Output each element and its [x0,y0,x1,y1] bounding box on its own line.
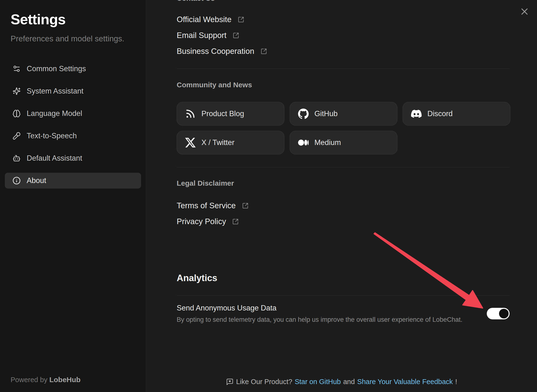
sidebar-item-text-to-speech[interactable]: Text-to-Speech [5,128,141,144]
sidebar-item-system-assistant[interactable]: System Assistant [5,83,141,99]
feedback-footer: Like Our Product? Star on GitHub and Sha… [146,378,537,386]
email-support-link[interactable]: Email Support [177,27,239,43]
github-button[interactable]: GitHub [290,102,397,126]
github-icon [298,108,309,119]
section-divider [177,167,510,167]
sidebar-item-label: Common Settings [27,64,86,73]
bot-icon [12,154,21,162]
sparkles-icon [12,87,21,95]
contact-us-heading: Contact Us [177,0,510,3]
settings-modal: Settings Preferences and model settings.… [0,0,537,392]
info-icon [12,177,21,185]
sidebar-item-label: About [27,176,46,185]
rss-icon [185,108,196,119]
footer-middle: and [343,378,355,386]
sidebar-item-default-assistant[interactable]: Default Assistant [5,150,141,166]
sidebar-item-language-model[interactable]: Language Model [5,106,141,121]
button-label: X / Twitter [201,138,234,147]
settings-sidebar: Settings Preferences and model settings.… [0,0,146,392]
sidebar-header: Settings Preferences and model settings. [0,0,146,44]
telemetry-setting-description: By opting to send telemetry data, you ca… [177,315,487,324]
discord-icon [411,108,422,119]
external-link-icon [238,16,244,23]
business-cooperation-link[interactable]: Business Cooperation [177,43,267,59]
x-twitter-button[interactable]: X / Twitter [177,131,284,154]
button-label: Product Blog [201,109,244,118]
sidebar-item-label: Default Assistant [27,154,82,163]
legal-heading: Legal Disclaimer [177,179,510,188]
brain-icon [12,109,21,118]
x-icon [185,137,196,148]
community-buttons: Product Blog GitHub Discord [177,102,510,154]
telemetry-setting-row: Send Anonymous Usage Data By opting to s… [177,303,510,324]
close-icon[interactable] [519,6,530,17]
sidebar-item-common-settings[interactable]: Common Settings [5,61,141,77]
community-heading: Community and News [177,80,510,89]
medium-icon [298,137,309,148]
link-label: Email Support [177,31,226,40]
powered-by: Powered byLobeHub [11,376,81,384]
privacy-policy-link[interactable]: Privacy Policy [177,214,239,229]
legal-links: Terms of Service Privacy Policy [177,198,510,229]
link-label: Official Website [177,15,231,24]
footer-prefix: Like Our Product? [236,378,292,386]
sidebar-nav: Common Settings System Assistant Languag… [5,61,141,189]
telemetry-setting-text: Send Anonymous Usage Data By opting to s… [177,303,487,324]
sliders-icon [12,65,21,73]
analytics-heading: Analytics [177,272,510,284]
contact-links: Official Website Email Support Business … [177,12,510,59]
product-blog-button[interactable]: Product Blog [177,102,284,126]
star-on-github-link[interactable]: Star on GitHub [295,378,341,386]
section-divider [177,69,510,69]
sidebar-item-label: Language Model [27,109,82,118]
message-heart-icon [226,378,234,386]
about-panel: Contact Us Official Website Email Suppor… [146,0,537,392]
link-label: Privacy Policy [177,217,226,226]
toggle-knob [499,309,509,318]
powered-by-text: Powered by [11,376,47,384]
page-subtitle: Preferences and model settings. [11,34,136,44]
official-website-link[interactable]: Official Website [177,12,244,27]
link-label: Terms of Service [177,201,236,210]
sidebar-item-about[interactable]: About [5,173,141,189]
button-label: Medium [314,138,341,147]
discord-button[interactable]: Discord [403,102,510,126]
page-title: Settings [11,11,136,28]
telemetry-setting-label: Send Anonymous Usage Data [177,303,487,313]
about-content: Contact Us Official Website Email Suppor… [146,0,537,324]
button-label: Discord [427,109,453,118]
external-link-icon [261,48,267,55]
terms-of-service-link[interactable]: Terms of Service [177,198,249,214]
sidebar-item-label: System Assistant [27,87,83,95]
lobehub-brand[interactable]: LobeHub [49,376,81,384]
sidebar-item-label: Text-to-Speech [27,132,77,140]
share-feedback-link[interactable]: Share Your Valuable Feedback [357,378,453,386]
external-link-icon [242,202,249,209]
external-link-icon [233,32,239,39]
telemetry-toggle[interactable] [487,308,510,319]
external-link-icon [232,218,239,225]
medium-button[interactable]: Medium [290,131,397,154]
button-label: GitHub [314,109,337,118]
link-label: Business Cooperation [177,47,254,56]
footer-suffix: ! [455,378,457,386]
mic-icon [12,132,21,140]
analytics-divider [177,295,510,296]
